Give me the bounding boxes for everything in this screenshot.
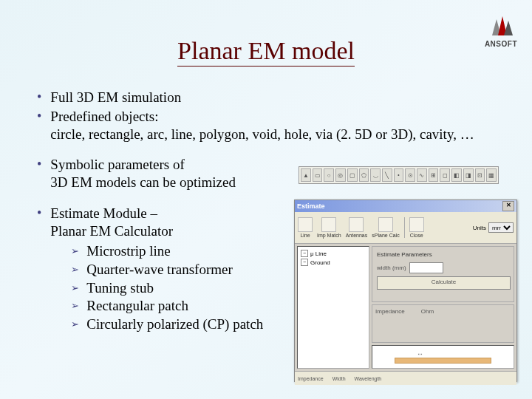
shape-toolbar: ▲ ▭ ○ ◎ ▢ ⬠ ◡ ╲ • ⊙ ∿ ⊞ ◻ ◧ ◨ ⊡ ▦ — [299, 166, 499, 184]
units-selector: Units mm — [473, 222, 514, 233]
tool-void-icon[interactable]: ◻ — [440, 168, 450, 182]
bullet-continuation: circle, rectangle, arc, line, polygon, v… — [50, 126, 474, 142]
tool-via-icon[interactable]: • — [394, 168, 404, 182]
params-group: Estimate Parameters width (mm) Calculate — [372, 246, 514, 302]
bullet-marker: • — [37, 156, 41, 191]
tool-generic-icon[interactable]: ◧ — [451, 168, 462, 182]
bullet-2: • Predefined objects: circle, rectangle,… — [37, 108, 502, 143]
tool-line-icon[interactable]: ╲ — [382, 168, 392, 182]
tool-ellipse-icon[interactable]: ◎ — [335, 168, 346, 182]
sub-item: ➢Circularly polarized (CP) patch — [71, 316, 263, 334]
impmatch-icon — [321, 217, 336, 232]
tool-poly-icon[interactable]: ⬠ — [359, 168, 369, 182]
expand-icon[interactable]: − — [301, 259, 308, 266]
bullet-text: Estimate Module – — [50, 205, 157, 221]
sub-item: ➢Quarter-wave transformer — [71, 261, 263, 279]
close-button[interactable]: ✕ — [502, 201, 514, 211]
tool-impmatch[interactable]: Imp Match — [317, 217, 341, 238]
window-title: Estimate — [297, 202, 325, 210]
expand-icon[interactable]: − — [301, 250, 308, 257]
tool-generic-icon[interactable]: ◨ — [463, 168, 474, 182]
arrow-icon: ➢ — [71, 318, 79, 334]
line-icon — [298, 217, 313, 232]
params-title: Estimate Parameters — [377, 251, 509, 258]
tree-item[interactable]: −μ Line — [301, 250, 366, 257]
tool-generic-icon[interactable]: ⊡ — [475, 168, 485, 182]
tool-line[interactable]: Line — [298, 217, 313, 238]
tool-path-icon[interactable]: ∿ — [417, 168, 427, 182]
tool-antennas[interactable]: Antennas — [346, 217, 368, 238]
arrow-icon: ➢ — [71, 300, 79, 316]
bullet-continuation: 3D EM models can be optimized — [50, 174, 236, 190]
microstrip-patch — [395, 358, 491, 364]
dimension-arrow-icon: ↔ — [417, 350, 423, 358]
layer-tree[interactable]: −μ Line −Ground — [297, 246, 369, 369]
dialog-toolbar: Line Imp Match Antennas sPlane Calc Clos… — [295, 212, 516, 244]
close-tool-icon — [409, 217, 424, 232]
result-label: Impedance — [375, 308, 405, 315]
tool-hole-icon[interactable]: ⊙ — [405, 168, 415, 182]
units-label: Units — [473, 225, 486, 231]
brand-text: ANSOFT — [485, 40, 517, 48]
arrow-icon: ➢ — [71, 282, 79, 298]
bullet-marker: • — [37, 205, 41, 334]
param-label: width (mm) — [377, 265, 406, 271]
tool-generic-icon[interactable]: ▦ — [486, 168, 497, 182]
tool-cavity-icon[interactable]: ⊞ — [429, 168, 439, 182]
arrow-icon: ➢ — [71, 245, 79, 261]
bullet-1: • Full 3D EM simulation — [37, 89, 502, 106]
status-impedance: Impedance — [298, 376, 324, 381]
splane-icon — [378, 217, 393, 232]
svg-marker-2 — [504, 21, 513, 35]
sub-item: ➢Microstrip line — [71, 242, 263, 261]
tool-arc-icon[interactable]: ◡ — [370, 168, 381, 182]
separator — [404, 217, 405, 238]
status-bar: Impedance Width Wavelength — [295, 371, 516, 385]
tree-item[interactable]: −Ground — [301, 259, 366, 266]
estimate-dialog: Estimate ✕ Line Imp Match Antennas sPlan… — [294, 200, 517, 382]
bullet-continuation: Planar EM Calculator — [50, 223, 173, 239]
antenna-icon — [349, 217, 364, 232]
bullet-text: Full 3D EM simulation — [50, 89, 181, 106]
titlebar[interactable]: Estimate ✕ — [295, 200, 516, 212]
tool-splane[interactable]: sPlane Calc — [372, 217, 399, 238]
bullet-text: Symbolic parameters of — [50, 157, 185, 172]
tool-pointer-icon[interactable]: ▲ — [301, 168, 311, 182]
status-width: Width — [332, 376, 346, 381]
bullet-marker: • — [37, 108, 41, 143]
bullet-marker: • — [37, 89, 41, 106]
units-dropdown[interactable]: mm — [488, 222, 514, 233]
tool-close[interactable]: Close — [409, 217, 424, 238]
slide-title: Planar EM model — [177, 37, 355, 66]
sub-item: ➢Rectangular patch — [71, 297, 263, 316]
tool-square-icon[interactable]: ▢ — [347, 168, 358, 182]
bullet-text: Predefined objects: — [50, 109, 158, 124]
status-wavelength: Wavelength — [355, 376, 382, 381]
sub-item: ➢Tuning stub — [71, 279, 263, 298]
geometry-preview: ↔ — [372, 345, 514, 369]
tool-circle-icon[interactable]: ○ — [324, 168, 334, 182]
result-unit: Ohm — [421, 308, 434, 315]
tool-rect-icon[interactable]: ▭ — [313, 168, 323, 182]
width-input[interactable] — [409, 262, 443, 273]
ansoft-logo-icon — [486, 15, 516, 37]
calculate-button[interactable]: Calculate — [377, 276, 511, 290]
brand-logo: ANSOFT — [485, 15, 517, 48]
result-group: Impedance Ohm — [372, 304, 514, 343]
arrow-icon: ➢ — [71, 264, 79, 279]
